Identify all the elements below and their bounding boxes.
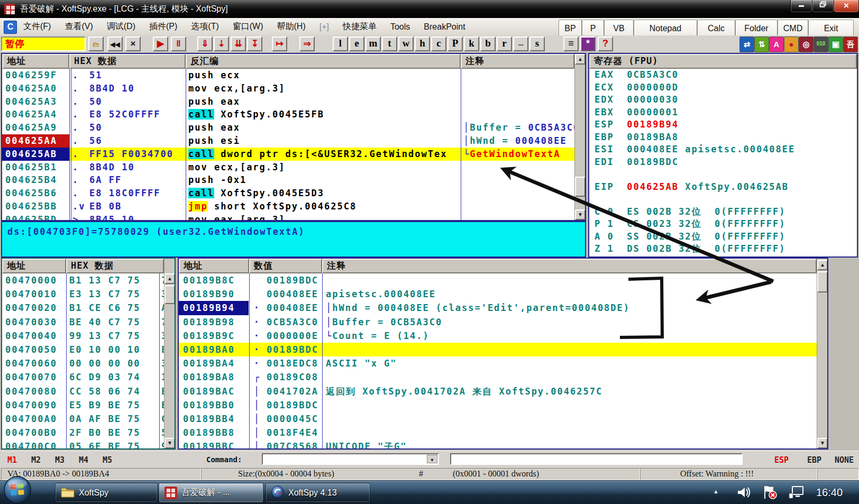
column-header-1[interactable]: HEX 数据 xyxy=(66,259,164,273)
disasm-scrollbar[interactable]: ▲ ▼ xyxy=(574,54,586,220)
run-to-return-button[interactable]: ↦ xyxy=(272,36,287,51)
command-input[interactable]: ▼ xyxy=(262,453,439,465)
register-row[interactable]: ESP 00189B94 xyxy=(589,118,857,131)
register-row[interactable]: ESI 000408EE apisetsc.000408EE xyxy=(589,143,857,156)
volume-icon[interactable] xyxy=(736,486,751,501)
scroll-down-icon[interactable]: ▼ xyxy=(817,438,828,448)
stack-row[interactable]: 00189BBC│ 007C8568UNICODE "子G" xyxy=(179,439,817,448)
stack-row[interactable]: 00189BA4· 0018EDC8ASCII "x G" xyxy=(179,356,817,370)
run-to-cursor-button[interactable]: ⇒ xyxy=(299,36,315,51)
window-button-m[interactable]: m xyxy=(365,36,381,51)
record-icon[interactable]: ● xyxy=(784,36,799,52)
disasm-row[interactable]: 004625A4.E8 52C0FFFFcall XoftSpy.0045E5F… xyxy=(2,108,574,121)
stack-row[interactable]: 00189BA0· 00189BDC xyxy=(179,343,817,356)
register-row[interactable]: EBP 00189BA8 xyxy=(589,131,857,144)
hexdump-row[interactable]: 0047004099 13 C7 7534 xyxy=(2,329,164,343)
menu-item-v[interactable]: 查看(V) xyxy=(65,21,93,32)
stack-row[interactable]: 00189BB0│ 00189BDC xyxy=(179,398,817,412)
trace-over-button[interactable]: ↧ xyxy=(247,36,262,51)
hexdump-row[interactable]: 004700C005 6E BE 759E xyxy=(2,439,164,448)
menu-item-f[interactable]: 文件(F) xyxy=(23,21,51,32)
help-button[interactable]: ? xyxy=(598,36,613,51)
disasm-row[interactable]: 004625A0.8B4D 10mov ecx,[arg.3] xyxy=(2,82,574,95)
stack-row[interactable]: 00189B90000408EEapisetsc.000408EE xyxy=(179,287,817,301)
register-row[interactable]: A 0 SS 002B 32位 0(FFFFFFFF) xyxy=(589,231,857,243)
hexdump-row[interactable]: 004700706C D9 03 7419 xyxy=(2,370,164,384)
stack-row[interactable]: 00189B94· 000408EE│hWnd = 000408EE (clas… xyxy=(179,301,817,315)
menu-item-d[interactable]: 调试(D) xyxy=(107,21,135,32)
register-row[interactable]: Z 1 DS 002B 32位 0(FFFFFFFF) xyxy=(589,243,857,255)
open-file-button[interactable]: 🗁 xyxy=(88,36,104,51)
disasm-row[interactable]: 004625B4.6A FFpush -0x1 xyxy=(2,173,574,187)
register-row[interactable]: ECX 0000000D xyxy=(589,81,857,94)
column-header-0[interactable]: 地址 xyxy=(2,54,69,69)
tray-expand-icon[interactable]: ▲ xyxy=(713,488,719,494)
hexdump-row[interactable]: 00470020B1 CE C6 75AE xyxy=(2,301,164,315)
column-header-2[interactable]: 反汇编 xyxy=(186,54,461,69)
registers-pane[interactable]: 寄存器 (FPU) EAX 0CB5A3C0ECX 0000000DEDX 00… xyxy=(588,53,858,258)
window-button-l[interactable]: l xyxy=(333,36,348,51)
disasm-row[interactable]: 004625B1.8B4D 10mov ecx,[arg.3] xyxy=(2,161,574,174)
window-button-c[interactable]: c xyxy=(431,36,446,51)
window-button-r[interactable]: r xyxy=(497,36,512,51)
mode-label-none[interactable]: NONE xyxy=(835,455,854,465)
taskbar-button-3[interactable]: XoftSpy 4.13 xyxy=(266,483,370,502)
taskbar-button-1[interactable]: XoftSpy xyxy=(55,483,158,502)
column-header-3[interactable]: 注释 xyxy=(461,54,574,69)
window-button-P[interactable]: P xyxy=(447,36,463,51)
stack-row[interactable]: 00189B98· 0CB5A3C0│Buffer = 0CB5A3C0 xyxy=(179,315,817,329)
disasm-row[interactable]: 004625B6.E8 18C0FFFFcall XoftSpy.0045E5D… xyxy=(2,187,574,200)
pause-button[interactable]: ‖ xyxy=(171,36,186,51)
memory-tab-m4[interactable]: M4 xyxy=(79,455,88,465)
assemble-icon[interactable]: A xyxy=(769,36,784,52)
window-button-k[interactable]: k xyxy=(464,36,479,51)
register-row[interactable]: EDX 00000030 xyxy=(589,94,857,106)
window-button-w[interactable]: w xyxy=(398,36,414,51)
hexdump-row[interactable]: 00470080CC 58 06 74E9 xyxy=(2,384,164,398)
menu-item-h[interactable]: 帮助(H) xyxy=(277,21,306,32)
window-button-h[interactable]: h xyxy=(415,36,430,51)
column-header-1[interactable]: 数值 xyxy=(249,259,322,273)
clock[interactable]: 16:40 xyxy=(816,487,843,499)
minimize-button[interactable] xyxy=(790,0,812,13)
scroll-sync-icon[interactable]: ⇅ xyxy=(754,36,769,52)
column-header-2[interactable]: 注释 xyxy=(322,259,817,273)
hexdump-row[interactable]: 0047006000 00 00 0039 xyxy=(2,356,164,370)
stack-row[interactable]: 00189B9C· 0000000E└Count = E (14.) xyxy=(179,329,817,343)
hexdump-row[interactable]: 004700B02F B0 BE 7554 xyxy=(2,426,164,439)
hexdump-row[interactable]: 00470090E5 B9 BE 75E6 xyxy=(2,398,164,412)
window-button-s[interactable]: s xyxy=(529,36,545,51)
monitor-icon[interactable]: ▣ xyxy=(828,36,843,52)
step-over-button[interactable]: ⇣ xyxy=(214,36,229,51)
hexdump-row[interactable]: 00470010E3 13 C7 753E xyxy=(2,287,164,301)
disasm-row[interactable]: 004625AA.56push esi│hWnd = 000408EE xyxy=(2,134,574,148)
scroll-up-icon[interactable]: ▲ xyxy=(165,273,175,284)
register-row[interactable] xyxy=(589,168,857,181)
column-header-0[interactable]: 地址 xyxy=(179,259,249,273)
disassembly-pane[interactable]: 地址HEX 数据反汇编注释 0046259F.51push ecx004625A… xyxy=(1,53,586,221)
hexdump-pane[interactable]: 地址HEX 数据 00470000B1 13 C7 757D00470010E3… xyxy=(1,258,176,450)
register-row[interactable] xyxy=(589,193,857,206)
window-button-t[interactable]: t xyxy=(382,36,397,51)
run-button[interactable]: ▶ xyxy=(153,36,168,51)
start-button[interactable] xyxy=(3,475,32,504)
disasm-row[interactable]: 004625BD>8B45 10mov eax,[arg.3] xyxy=(2,213,574,220)
register-row[interactable]: EAX 0CB5A3C0 xyxy=(589,69,857,81)
register-row[interactable]: P 1 CS 0023 32位 0(FFFFFFFF) xyxy=(589,218,857,231)
menu-item-w[interactable]: 窗口(W) xyxy=(233,21,263,32)
column-header-1[interactable]: HEX 数据 xyxy=(69,54,186,69)
binary-icon[interactable]: 010 xyxy=(814,36,828,52)
scroll-thumb[interactable] xyxy=(575,177,586,197)
restore-button[interactable] xyxy=(812,0,834,13)
taskbar-button-2[interactable]: 吾爱破解 - ... xyxy=(159,483,263,502)
register-row[interactable]: EDI 00189BDC xyxy=(589,156,857,169)
scroll-thumb[interactable] xyxy=(817,271,828,292)
action-center-icon[interactable] xyxy=(762,485,778,502)
close-process-button[interactable]: × xyxy=(125,36,141,51)
mode-label-ebp[interactable]: EBP xyxy=(807,455,821,465)
menu-item-[interactable]: [+] xyxy=(319,22,329,32)
stack-row[interactable]: 00189BB8│ 0018F4E4 xyxy=(179,426,817,439)
cpu-window-icon[interactable]: C xyxy=(4,21,17,34)
memory-tab-m1[interactable]: M1 xyxy=(7,455,17,465)
close-button[interactable]: × xyxy=(834,0,859,13)
